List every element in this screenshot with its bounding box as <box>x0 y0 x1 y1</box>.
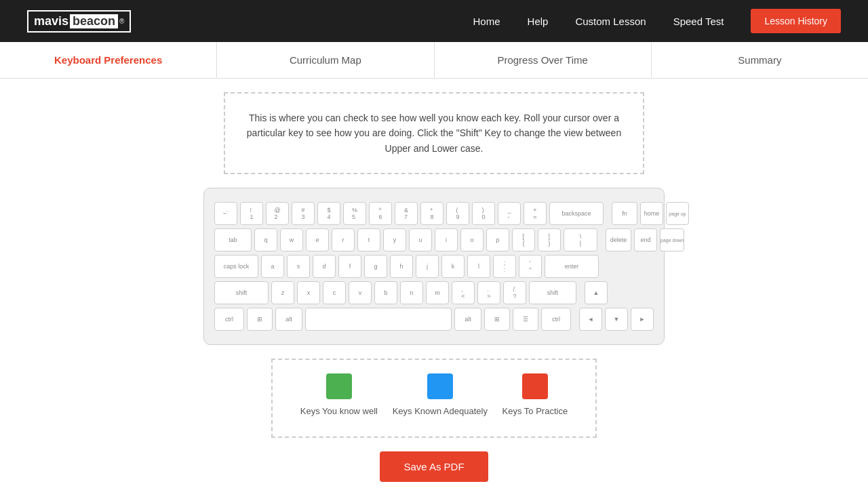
key-p[interactable]: p <box>486 228 509 251</box>
tab-summary[interactable]: Summary <box>652 42 868 78</box>
tab-keyboard-preferences[interactable]: Keyboard Preferences <box>0 42 217 78</box>
key-d[interactable]: d <box>313 255 336 278</box>
key-u[interactable]: u <box>409 228 432 251</box>
key-1[interactable]: !1 <box>240 202 263 225</box>
key-enter[interactable]: enter <box>545 255 599 278</box>
key-7[interactable]: &7 <box>395 202 418 225</box>
key-period[interactable]: .> <box>477 281 500 304</box>
main-content: Keyboard Preferences Curriculum Map Prog… <box>0 42 868 488</box>
legend-item-adequately: Keys Known Adequately <box>393 373 488 416</box>
legend-swatch-green <box>326 373 352 399</box>
key-3[interactable]: #3 <box>292 202 315 225</box>
key-pgdn[interactable]: page down <box>660 228 684 251</box>
key-y[interactable]: y <box>383 228 406 251</box>
key-h[interactable]: h <box>390 255 413 278</box>
key-quote[interactable]: '" <box>519 255 542 278</box>
key-semicolon[interactable]: ;: <box>493 255 516 278</box>
key-end[interactable]: end <box>634 228 657 251</box>
key-k[interactable]: k <box>441 255 465 278</box>
key-9[interactable]: (9 <box>446 202 469 225</box>
key-g[interactable]: g <box>364 255 387 278</box>
key-arrow-left[interactable]: ◄ <box>579 308 602 331</box>
lesson-history-button[interactable]: Lesson History <box>751 9 841 33</box>
key-e[interactable]: e <box>306 228 329 251</box>
key-home[interactable]: home <box>640 202 663 225</box>
info-text: This is where you can check to see how w… <box>245 110 623 156</box>
key-ctrl-right[interactable]: ctrl <box>541 308 571 331</box>
key-delete[interactable]: delete <box>606 228 631 251</box>
key-5[interactable]: %5 <box>343 202 366 225</box>
save-as-pdf-button[interactable]: Save As PDF <box>380 451 488 482</box>
key-row-1: ~` !1 @2 #3 $4 %5 ^6 &7 *8 (9 )0 _- += b… <box>214 202 654 225</box>
logo-trademark: ® <box>119 18 124 25</box>
header: mavis beacon ® Home Help Custom Lesson S… <box>0 0 868 42</box>
nav-speed-test[interactable]: Speed Test <box>673 16 724 27</box>
logo-beacon: beacon <box>70 14 118 28</box>
key-0[interactable]: )0 <box>472 202 495 225</box>
key-space[interactable] <box>305 308 452 331</box>
key-6[interactable]: ^6 <box>369 202 392 225</box>
legend-swatch-red <box>522 373 548 399</box>
save-btn-container: Save As PDF <box>0 451 868 482</box>
key-f[interactable]: f <box>338 255 361 278</box>
key-arrow-right[interactable]: ► <box>631 308 654 331</box>
key-ctrl-left[interactable]: ctrl <box>214 308 244 331</box>
key-v[interactable]: v <box>349 281 372 304</box>
key-a[interactable]: a <box>261 255 284 278</box>
key-rbracket[interactable]: ]} <box>538 228 561 251</box>
key-win-left[interactable]: ⊞ <box>247 308 273 331</box>
key-j[interactable]: j <box>416 255 439 278</box>
info-box: This is where you can check to see how w… <box>224 92 644 174</box>
key-alt-left[interactable]: alt <box>275 308 302 331</box>
keyboard: ~` !1 @2 #3 $4 %5 ^6 &7 *8 (9 )0 _- += b… <box>214 202 654 331</box>
key-lbracket[interactable]: [{ <box>512 228 535 251</box>
key-slash[interactable]: /? <box>503 281 526 304</box>
tab-curriculum-map[interactable]: Curriculum Map <box>217 42 434 78</box>
key-c[interactable]: c <box>323 281 346 304</box>
key-q[interactable]: q <box>254 228 277 251</box>
key-tab[interactable]: tab <box>214 228 252 251</box>
key-l[interactable]: l <box>467 255 490 278</box>
nav-custom-lesson[interactable]: Custom Lesson <box>575 16 646 27</box>
key-row-3: caps lock a s d f g h j k l ;: '" enter <box>214 255 654 278</box>
key-s[interactable]: s <box>287 255 310 278</box>
key-i[interactable]: i <box>435 228 458 251</box>
key-t[interactable]: t <box>357 228 380 251</box>
key-fn[interactable]: fn <box>612 202 637 225</box>
key-caps-lock[interactable]: caps lock <box>214 255 258 278</box>
main-nav: Home Help Custom Lesson Speed Test Lesso… <box>473 9 841 33</box>
nav-home[interactable]: Home <box>473 16 500 27</box>
key-backslash[interactable]: \| <box>564 228 597 251</box>
key-z[interactable]: z <box>271 281 294 304</box>
legend-swatch-blue <box>427 373 453 399</box>
key-tilde[interactable]: ~` <box>214 202 237 225</box>
key-n[interactable]: n <box>400 281 423 304</box>
key-m[interactable]: m <box>426 281 449 304</box>
key-minus[interactable]: _- <box>498 202 521 225</box>
key-alt-right[interactable]: alt <box>454 308 481 331</box>
legend-box: Keys You know well Keys Known Adequately… <box>271 359 597 438</box>
key-r[interactable]: r <box>332 228 355 251</box>
key-8[interactable]: *8 <box>420 202 443 225</box>
key-o[interactable]: o <box>460 228 484 251</box>
key-win-right[interactable]: ⊞ <box>484 308 510 331</box>
key-arrow-down[interactable]: ▼ <box>605 308 628 331</box>
key-pgup[interactable]: page up <box>666 202 689 225</box>
key-w[interactable]: w <box>280 228 303 251</box>
key-4[interactable]: $4 <box>317 202 340 225</box>
tab-progress-over-time[interactable]: Progress Over Time <box>435 42 652 78</box>
key-shift-left[interactable]: shift <box>214 281 269 304</box>
key-x[interactable]: x <box>297 281 320 304</box>
nav-help[interactable]: Help <box>528 16 549 27</box>
key-2[interactable]: @2 <box>266 202 289 225</box>
legend-label-practice: Keys To Practice <box>502 406 568 416</box>
key-backspace[interactable]: backspace <box>549 202 604 225</box>
key-b[interactable]: b <box>374 281 397 304</box>
key-equals[interactable]: += <box>524 202 547 225</box>
key-comma[interactable]: ,< <box>452 281 475 304</box>
key-arrow-up[interactable]: ▲ <box>585 281 608 304</box>
key-shift-right[interactable]: shift <box>529 281 576 304</box>
legend-label-know-well: Keys You know well <box>300 406 378 416</box>
key-menu[interactable]: ☰ <box>513 308 538 331</box>
tabs-bar: Keyboard Preferences Curriculum Map Prog… <box>0 42 868 79</box>
